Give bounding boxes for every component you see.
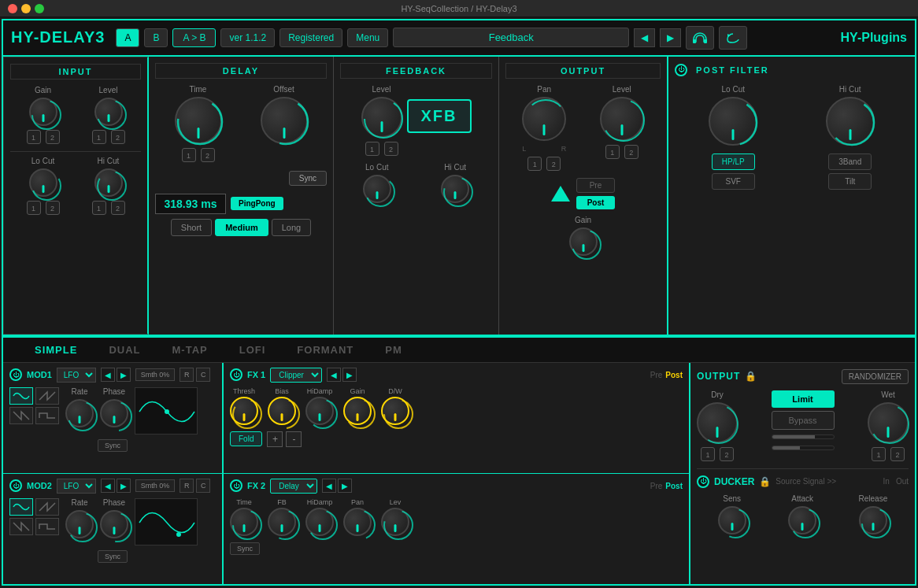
mod1-next[interactable]: ▶ (117, 368, 131, 382)
fx2-lev-knob[interactable] (381, 508, 409, 536)
mod1-phase-knob[interactable] (100, 399, 128, 427)
mod2-wave-pulse[interactable] (35, 518, 59, 535)
out-wet-ch2[interactable]: 2 (890, 447, 905, 461)
pf-locut-knob[interactable] (709, 97, 757, 146)
out-dry-ch1[interactable]: 1 (701, 447, 715, 461)
fb-level-ch1[interactable]: 1 (365, 142, 379, 156)
fx2-pan-knob[interactable] (343, 508, 372, 536)
fb-level-knob[interactable] (361, 97, 402, 138)
fx1-power[interactable]: ⏻ (230, 368, 242, 381)
xfb-btn[interactable]: XFB (407, 99, 472, 133)
medium-btn[interactable]: Medium (215, 219, 268, 236)
mod1-wave-pulse[interactable] (35, 407, 59, 424)
out-pan-ch2[interactable]: 2 (546, 157, 561, 171)
tab-simple[interactable]: SIMPLE (19, 338, 93, 362)
post-btn[interactable]: Post (576, 196, 616, 209)
filter-tilt[interactable]: Tilt (828, 173, 872, 190)
tab-formant[interactable]: FORMANT (281, 338, 369, 362)
locut-knob[interactable] (29, 168, 57, 197)
mod1-c[interactable]: C (196, 368, 210, 382)
fx1-minus-btn[interactable]: - (286, 431, 302, 447)
mod2-wave-saw[interactable] (35, 498, 59, 516)
delay-offset-knob[interactable] (261, 97, 308, 144)
fx2-sync-btn[interactable]: Sync (230, 542, 260, 555)
tab-lofi[interactable]: LOFI (224, 338, 282, 362)
mod1-rate-knob[interactable] (65, 399, 94, 427)
gain-knob[interactable] (29, 98, 57, 126)
mod2-c[interactable]: C (196, 479, 210, 493)
mod1-wave-sine[interactable] (9, 387, 33, 405)
tab-mtap[interactable]: M-TAP (157, 338, 224, 362)
next-arrow[interactable]: ▶ (660, 28, 681, 47)
filter-hplp[interactable]: HP/LP (712, 153, 755, 170)
fx2-type-select[interactable]: Delay (270, 479, 317, 494)
fx2-prev[interactable]: ◀ (322, 479, 336, 493)
fx1-type-select[interactable]: Clipper (270, 368, 322, 383)
level-knob[interactable] (94, 98, 123, 126)
icon-undo[interactable] (719, 26, 747, 50)
fx1-dw-knob[interactable] (381, 397, 409, 425)
long-btn[interactable]: Long (272, 219, 311, 236)
fx1-next[interactable]: ▶ (342, 368, 357, 382)
hicut-knob[interactable] (94, 168, 123, 197)
mod2-wave-sine[interactable] (9, 498, 33, 516)
fx2-time-knob[interactable] (230, 508, 258, 536)
ducker-sens-knob[interactable] (718, 506, 746, 534)
mod1-wave-ramp[interactable] (9, 407, 33, 424)
fx1-plus-btn[interactable]: + (267, 431, 283, 447)
mod1-prev[interactable]: ◀ (101, 368, 115, 382)
fx1-fold-btn[interactable]: Fold (230, 431, 262, 446)
out-level-knob[interactable] (600, 97, 644, 141)
fx1-prev[interactable]: ◀ (327, 368, 341, 382)
btn-version[interactable]: ver 1.1.2 (220, 28, 275, 47)
mod2-phase-knob[interactable] (100, 510, 128, 538)
mod2-sync-btn[interactable]: Sync (98, 550, 128, 563)
fx2-next[interactable]: ▶ (338, 479, 352, 493)
delay-time-ch1[interactable]: 1 (182, 148, 196, 162)
ducker-release-knob[interactable] (859, 506, 887, 534)
fx2-hidamp-knob[interactable] (305, 508, 334, 536)
btn-b[interactable]: B (144, 28, 168, 47)
out-wet-knob[interactable] (868, 402, 909, 443)
short-btn[interactable]: Short (171, 219, 212, 236)
icon-headphones[interactable] (686, 26, 714, 50)
btn-registered[interactable]: Registered (279, 28, 342, 47)
tab-pm[interactable]: PM (369, 338, 418, 362)
fx1-hidamp-knob[interactable] (305, 397, 334, 425)
pf-hicut-knob[interactable] (826, 97, 875, 146)
prev-arrow[interactable]: ◀ (634, 28, 655, 47)
fx2-power[interactable]: ⏻ (230, 479, 242, 492)
maximize-dot[interactable] (35, 4, 44, 13)
fx2-fb-knob[interactable] (268, 508, 296, 536)
fb-hicut-knob[interactable] (441, 175, 469, 203)
mod2-next[interactable]: ▶ (117, 479, 131, 493)
mod2-type-select[interactable]: LFO (57, 479, 96, 494)
sync-btn[interactable]: Sync (289, 171, 327, 186)
fx1-thresh-knob[interactable] (230, 397, 258, 425)
out-dry-ch2[interactable]: 2 (720, 447, 734, 461)
btn-menu[interactable]: Menu (347, 28, 388, 47)
limit-btn[interactable]: Limit (772, 390, 835, 408)
close-dot[interactable] (8, 4, 17, 13)
mod2-wave-ramp[interactable] (9, 518, 33, 535)
mod2-r[interactable]: R (180, 479, 194, 493)
pingpong-btn[interactable]: PingPong (231, 197, 283, 210)
randomizer-btn[interactable]: RANDOMIZER (842, 369, 909, 384)
mod2-power[interactable]: ⏻ (9, 479, 22, 492)
bypass-btn[interactable]: Bypass (772, 411, 835, 430)
out-gain-knob[interactable] (569, 227, 598, 256)
fb-level-ch2[interactable]: 2 (384, 142, 398, 156)
filter-3band[interactable]: 3Band (828, 153, 872, 170)
mod1-type-select[interactable]: LFO (57, 368, 96, 383)
delay-time-ch2[interactable]: 2 (201, 148, 215, 162)
out-pan-knob[interactable] (522, 97, 566, 141)
out-pan-ch1[interactable]: 1 (527, 157, 542, 171)
mod2-rate-knob[interactable] (65, 510, 94, 538)
btn-a[interactable]: A (116, 28, 139, 47)
mod1-wave-saw[interactable] (35, 387, 59, 405)
out-level-ch1[interactable]: 1 (605, 145, 620, 159)
mod1-power[interactable]: ⏻ (9, 368, 22, 381)
filter-svf[interactable]: SVF (712, 173, 755, 190)
out-dry-knob[interactable] (697, 402, 738, 443)
delay-time-knob[interactable] (175, 97, 222, 144)
